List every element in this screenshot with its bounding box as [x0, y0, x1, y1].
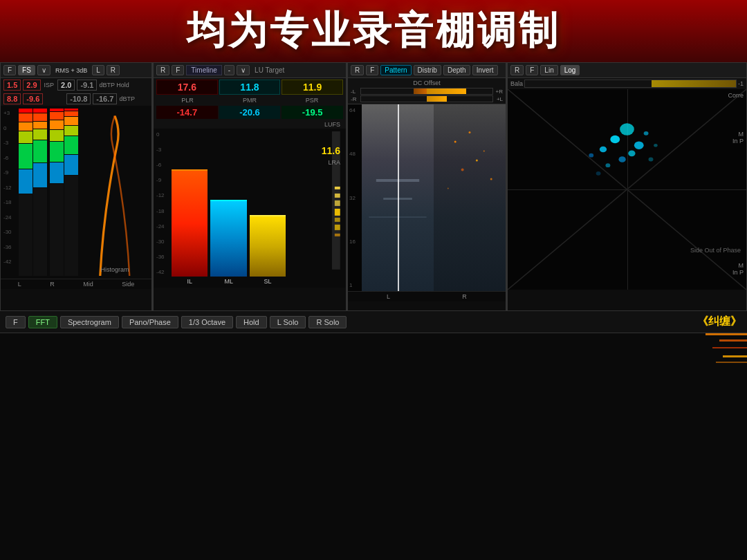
timeline-label: Timeline: [186, 65, 221, 75]
label-side: Side: [122, 281, 134, 288]
bottom-btn-octave[interactable]: 1/3 Octave: [181, 316, 233, 328]
svg-point-26: [618, 156, 625, 162]
panel3-depth[interactable]: Depth: [443, 65, 470, 75]
svg-rect-1: [335, 187, 340, 189]
panel2-dropdown[interactable]: ∨: [237, 65, 250, 75]
svg-point-19: [490, 178, 492, 180]
panel-stereo-meter: F FS ∨ RMS + 3dB L R 1.5 2.9 ISP 2.0 -9.…: [0, 62, 152, 311]
ml-bar: [210, 200, 246, 277]
label-r: R: [50, 281, 55, 288]
svg-rect-4: [335, 209, 340, 216]
panel2-btn-f[interactable]: F: [172, 65, 184, 75]
dc-offset-label: DC Offset: [351, 80, 503, 86]
dc-plus-l: +L: [495, 96, 503, 102]
panel1-header: F FS ∨ RMS + 3dB L R: [1, 63, 151, 78]
val-neg91: -9.1: [77, 80, 97, 91]
spec-label-r: R: [462, 293, 467, 300]
loudness-histogram: 11.6 LRA: [288, 131, 343, 285]
lu-val-119: 11.9: [282, 80, 343, 95]
svg-point-18: [448, 188, 449, 189]
svg-point-17: [476, 160, 478, 162]
panel1-btn-l[interactable]: L: [92, 65, 104, 75]
dc-left-label: -L: [351, 88, 359, 95]
svg-point-28: [628, 150, 635, 156]
panel4-btn-lin[interactable]: Lin: [540, 65, 557, 75]
bottom-btn-l-solo[interactable]: L Solo: [270, 316, 306, 328]
val-88: 8.8: [3, 93, 21, 104]
il-label: IL: [172, 277, 208, 285]
bottom-btn-hold[interactable]: Hold: [236, 316, 267, 328]
scale-n9: -9: [3, 169, 19, 176]
panel3-pattern[interactable]: Pattern: [380, 65, 411, 75]
plr-label: PLR: [156, 97, 219, 104]
svg-rect-7: [335, 234, 340, 236]
val-20: 2.0: [57, 80, 75, 91]
val-neg96: -9.6: [23, 93, 43, 104]
top-title-bar: 均为专业录音棚调制: [0, 0, 747, 62]
scale-n36: -36: [3, 244, 19, 250]
position-marker: [398, 104, 399, 291]
histogram-area: Histogram: [81, 109, 149, 276]
panel3-btn-f[interactable]: F: [366, 65, 378, 75]
val-neg108: -10.8: [66, 93, 91, 104]
sl-bar-container: SL: [250, 131, 286, 285]
svg-point-32: [596, 171, 601, 176]
dc-plus-r: +R: [495, 88, 503, 95]
svg-point-13: [454, 141, 456, 143]
svg-point-15: [483, 151, 485, 152]
svg-point-27: [605, 163, 610, 167]
svg-rect-5: [335, 218, 340, 222]
svg-point-16: [461, 169, 464, 171]
panel-spectrum: R F Pattern Distrib Depth Invert DC Offs…: [347, 62, 506, 311]
svg-point-22: [600, 147, 607, 153]
il-bar-container: IL: [172, 131, 208, 285]
panel4-btn-r[interactable]: R: [510, 65, 524, 75]
panel-phase: R F Lin Log Bala -1: [507, 62, 747, 311]
svg-point-29: [644, 131, 649, 136]
bottom-btn-r-solo[interactable]: R Solo: [308, 316, 347, 328]
lra-val: 11.6: [322, 145, 340, 156]
label-mid: Mid: [83, 281, 93, 288]
scale-n6: -6: [3, 155, 19, 161]
il-bar: [172, 169, 208, 277]
ml-bar-container: ML: [210, 131, 246, 285]
panel1-dropdown[interactable]: ∨: [37, 65, 50, 75]
panel1-btn-r[interactable]: R: [107, 65, 120, 75]
svg-rect-6: [335, 225, 340, 230]
dbtp-label: dBTP: [119, 95, 135, 102]
bottom-section: F FFT Spectrogram Pano/Phase 1/3 Octave …: [0, 311, 747, 560]
bottom-btn-pano-phase[interactable]: Pano/Phase: [122, 316, 178, 328]
panel2-minus[interactable]: -: [224, 65, 234, 75]
spectrum-display: 64 48 32 16 1: [348, 104, 506, 291]
panel2-btn-r[interactable]: R: [156, 65, 169, 75]
panel3-distrib[interactable]: Distrib: [414, 65, 441, 75]
lu-val-118: 11.8: [219, 80, 281, 95]
panel2-header: R F Timeline - ∨ LU Target: [154, 63, 346, 78]
bala-label: Bala: [510, 80, 523, 87]
panel1-btn-f[interactable]: F: [3, 65, 16, 75]
sl-bar: [250, 215, 286, 277]
spectrum-l-col: [362, 104, 434, 291]
lu-target: LU Target: [255, 66, 284, 74]
panel1-btn-fs[interactable]: FS: [18, 65, 35, 75]
svg-point-23: [610, 136, 620, 144]
label-l: L: [18, 281, 21, 288]
scale-n12: -12: [3, 185, 19, 191]
svg-rect-2: [335, 194, 340, 198]
scale-p3: +3: [3, 110, 19, 116]
lufs-val-neg206: -20.6: [219, 106, 281, 119]
pmr-label: PMR: [219, 97, 281, 104]
bottom-btn-fft[interactable]: FFT: [28, 316, 57, 328]
bottom-btn-f[interactable]: F: [6, 316, 26, 328]
lu-val-176: 17.6: [156, 80, 218, 95]
spec-label-l: L: [387, 293, 390, 300]
scale-n24: -24: [3, 214, 19, 221]
svg-point-14: [469, 131, 471, 133]
panel4-btn-f[interactable]: F: [526, 65, 538, 75]
panel3-invert[interactable]: Invert: [472, 65, 498, 75]
panel4-btn-log[interactable]: Log: [560, 65, 580, 75]
bottom-btn-spectrogram[interactable]: Spectrogram: [60, 316, 119, 328]
panel3-header: R F Pattern Distrib Depth Invert: [348, 63, 506, 78]
panel3-btn-r[interactable]: R: [351, 65, 364, 75]
spectrum-r-col: [434, 104, 506, 291]
